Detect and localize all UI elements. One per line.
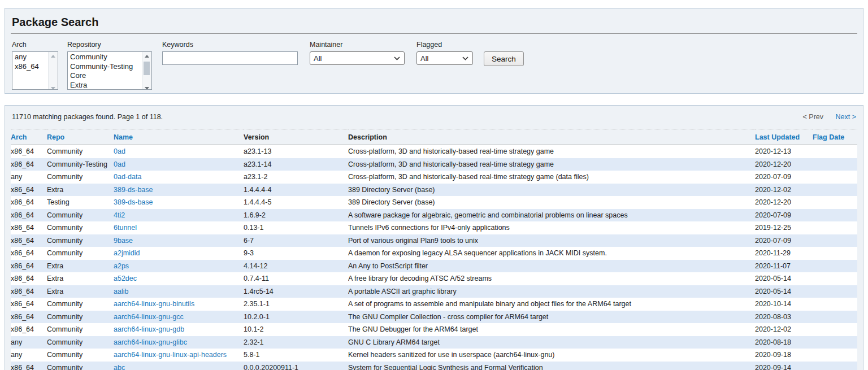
- column-header-arch[interactable]: Arch: [11, 129, 47, 145]
- package-link[interactable]: 389-ds-base: [114, 186, 153, 194]
- table-row: x86_64Extraaalib1.4rc5-14A portable ASCI…: [11, 285, 857, 298]
- cell-flag-date: [813, 298, 857, 311]
- cell-version: 4.14-12: [244, 260, 348, 273]
- cell-arch: x86_64: [11, 362, 47, 370]
- cell-last-updated: 2020-11-07: [755, 260, 813, 273]
- cell-arch: x86_64: [11, 260, 47, 273]
- package-link[interactable]: 0ad-data: [114, 173, 141, 181]
- repository-option[interactable]: Community-Testing: [68, 62, 142, 72]
- repository-option[interactable]: Core: [68, 71, 142, 81]
- cell-version: 1.4rc5-14: [244, 285, 348, 298]
- chevron-down-icon: [462, 56, 468, 60]
- package-link[interactable]: aarch64-linux-gnu-glibc: [114, 338, 187, 346]
- flagged-selected-value: All: [420, 54, 428, 63]
- arch-listbox[interactable]: anyx86_64: [12, 51, 58, 90]
- repository-option[interactable]: Extra: [68, 81, 142, 90]
- scroll-up-icon[interactable]: [51, 55, 55, 58]
- cell-repo: Extra: [47, 260, 114, 273]
- cell-name: a2ps: [114, 260, 244, 273]
- cell-arch: x86_64: [11, 298, 47, 311]
- repository-scrollbar[interactable]: [142, 52, 151, 89]
- cell-flag-date: [813, 171, 857, 184]
- table-row: x86_64Community9base6-7Port of various o…: [11, 234, 857, 247]
- table-row: x86_64Community0ada23.1-13Cross-platform…: [11, 145, 857, 158]
- cell-arch: any: [11, 349, 47, 362]
- maintainer-select[interactable]: All: [310, 51, 405, 65]
- table-row: x86_64Communitya2jmidid9-3A daemon for e…: [11, 247, 857, 260]
- search-form: Arch anyx86_64 Repository CommunityCommu…: [11, 41, 857, 90]
- column-header-flag-date[interactable]: Flag Date: [813, 129, 857, 145]
- table-row: anyCommunity0ad-dataa23.1-2Cross-platfor…: [11, 171, 857, 184]
- cell-name: 0ad: [114, 158, 244, 171]
- package-link[interactable]: aarch64-linux-gnu-gcc: [114, 313, 184, 321]
- column-header-last-updated[interactable]: Last Updated: [755, 129, 813, 145]
- cell-flag-date: [813, 349, 857, 362]
- package-link[interactable]: 4ti2: [114, 211, 125, 219]
- cell-last-updated: 2020-12-20: [755, 158, 813, 171]
- cell-repo: Extra: [47, 184, 114, 197]
- scroll-down-icon[interactable]: [145, 87, 149, 90]
- package-link[interactable]: aarch64-linux-gnu-linux-api-headers: [114, 351, 227, 359]
- search-button-wrap: Search: [484, 51, 524, 66]
- chevron-down-icon: [394, 56, 400, 60]
- package-link[interactable]: aalib: [114, 288, 128, 295]
- scroll-up-icon[interactable]: [145, 55, 149, 58]
- cell-description: Cross-platform, 3D and historically-base…: [348, 145, 755, 158]
- package-link[interactable]: a2jmidid: [114, 249, 140, 257]
- package-link[interactable]: a52dec: [114, 275, 137, 282]
- cell-arch: x86_64: [11, 158, 47, 171]
- table-row: x86_64Extraa2ps4.14-12An Any to PostScri…: [11, 260, 857, 273]
- repository-listbox[interactable]: CommunityCommunity-TestingCoreExtra: [67, 51, 152, 90]
- table-row: x86_64Community-Testing0ada23.1-14Cross-…: [11, 158, 857, 171]
- cell-description: A software package for algebraic, geomet…: [348, 209, 755, 222]
- cell-version: 1.6.9-2: [244, 209, 348, 222]
- arch-option[interactable]: x86_64: [12, 62, 48, 72]
- cell-version: 10.1-2: [244, 323, 348, 336]
- cell-version: 10.2.0-1: [244, 311, 348, 324]
- repository-option[interactable]: Community: [68, 53, 142, 62]
- package-link[interactable]: abc: [114, 364, 125, 370]
- column-header-name[interactable]: Name: [114, 129, 244, 145]
- search-button[interactable]: Search: [484, 51, 524, 66]
- cell-version: a23.1-14: [244, 158, 348, 171]
- cell-version: 0.13-1: [244, 221, 348, 234]
- scroll-down-icon[interactable]: [51, 87, 55, 90]
- next-page-link[interactable]: Next >: [836, 113, 856, 121]
- cell-description: System for Sequential Logic Synthesis an…: [348, 362, 755, 370]
- cell-flag-date: [813, 184, 857, 197]
- cell-name: aalib: [114, 285, 244, 298]
- cell-flag-date: [813, 196, 857, 209]
- cell-description: Kernel headers sanitized for use in user…: [348, 349, 755, 362]
- package-link[interactable]: 0ad: [114, 160, 125, 168]
- cell-name: a52dec: [114, 272, 244, 285]
- column-header-repo[interactable]: Repo: [47, 129, 114, 145]
- package-link[interactable]: 9base: [114, 237, 133, 245]
- cell-name: 389-ds-base: [114, 196, 244, 209]
- cell-flag-date: [813, 209, 857, 222]
- arch-scrollbar[interactable]: [48, 52, 58, 89]
- prev-page-link[interactable]: < Prev: [803, 113, 823, 121]
- table-row: anyCommunityaarch64-linux-gnu-glibc2.32-…: [11, 336, 857, 349]
- cell-last-updated: 2020-09-14: [755, 362, 813, 370]
- arch-option[interactable]: any: [12, 53, 48, 62]
- package-link[interactable]: aarch64-linux-gnu-gdb: [114, 325, 184, 333]
- package-link[interactable]: 6tunnel: [114, 224, 137, 232]
- package-link[interactable]: 0ad: [114, 147, 125, 155]
- cell-arch: x86_64: [11, 145, 47, 158]
- maintainer-field: Maintainer All: [310, 41, 405, 65]
- keywords-input[interactable]: [162, 51, 298, 65]
- table-row: x86_64Communityaarch64-linux-gnu-binutil…: [11, 298, 857, 311]
- cell-name: abc: [114, 362, 244, 370]
- flagged-select[interactable]: All: [416, 51, 473, 65]
- cell-last-updated: 2020-07-09: [755, 234, 813, 247]
- flagged-field: Flagged All: [416, 41, 473, 65]
- cell-description: GNU C Library ARM64 target: [348, 336, 755, 349]
- cell-arch: x86_64: [11, 184, 47, 197]
- cell-version: 0.0.0.20200911-1: [244, 362, 348, 370]
- package-link[interactable]: a2ps: [114, 262, 129, 270]
- package-link[interactable]: aarch64-linux-gnu-binutils: [114, 300, 194, 308]
- package-link[interactable]: 389-ds-base: [114, 198, 153, 206]
- scrollbar-thumb[interactable]: [144, 62, 150, 75]
- table-row: anyCommunityaarch64-linux-gnu-linux-api-…: [11, 349, 857, 362]
- cell-flag-date: [813, 234, 857, 247]
